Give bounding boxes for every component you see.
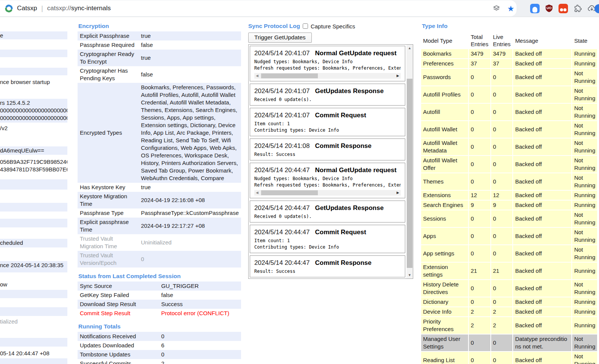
cell-message: Datatype preconditions not met.	[513, 334, 571, 351]
log-detail-line: Result: Success	[254, 268, 401, 275]
left-table-row	[0, 50, 67, 57]
row-label: Notifications Received	[78, 332, 159, 341]
extensions-puzzle-icon[interactable]	[573, 3, 582, 13]
cell-total: 0	[469, 69, 490, 86]
capture-specifics-checkbox[interactable]	[303, 23, 308, 29]
scroll-left-arrow-icon[interactable]: ◀	[254, 190, 260, 196]
cell-message: Backed off	[513, 191, 571, 200]
totals-section-title: Running Totals	[78, 323, 241, 330]
log-horizontal-scrollbar[interactable]: ◀▶	[254, 190, 401, 196]
row-label: Cryptographer Has Pending Keys	[78, 66, 139, 83]
scroll-right-arrow-icon[interactable]: ▶	[395, 73, 401, 79]
cell-model: Extensions	[421, 191, 468, 200]
cell-state: Not Running	[572, 121, 597, 138]
layers-icon[interactable]	[492, 3, 501, 13]
left-summary-column: ence browser startuprs 125.4.5.2 0000000…	[0, 17, 67, 364]
status-row: Sync SourceGU_TRIGGER	[78, 282, 241, 291]
cell-state: Not Running	[572, 245, 597, 262]
ublock-extension-icon[interactable]: UO	[544, 3, 554, 13]
scroll-down-arrow-icon[interactable]: ▼	[406, 272, 413, 278]
scrollbar-thumb[interactable]	[407, 79, 412, 268]
cell-live: 0	[491, 121, 513, 138]
row-label: Cryptographer Ready To Encrypt	[78, 50, 139, 66]
status-row: Commit Step ResultProtocol error (CONFLI…	[78, 309, 241, 318]
log-entry-time: 2024/5/14 20:44:47	[254, 229, 310, 236]
left-table-row	[0, 338, 67, 347]
bird-extension-icon[interactable]	[530, 4, 540, 13]
cell-total: 0	[469, 121, 490, 138]
encryption-row: Cryptographer Ready To Encrypttrue	[78, 50, 241, 66]
title-url-separator: |	[40, 5, 44, 12]
log-detail-line: Item count: 1	[254, 238, 401, 244]
left-table-row: e	[0, 31, 67, 39]
cell-state: Running	[572, 297, 597, 306]
row-label: Tombstone Updates	[78, 350, 159, 359]
cell-message: Backed off	[513, 104, 571, 120]
type-info-row: Priority Preferences22Backed offRunning	[421, 317, 597, 334]
cell-state: Not Running	[572, 86, 597, 103]
row-label: GetKey Step Failed	[78, 291, 159, 300]
cell-model: History Delete Directives	[421, 280, 468, 297]
row-label: Explicit Passphrase	[78, 31, 139, 40]
row-value: 6	[159, 341, 241, 350]
type-info-row: Autofill Wallet Metadata00Backed offNot …	[421, 138, 597, 155]
left-table-row	[0, 68, 67, 75]
left-table-row: 056B9A32F719C9B98524CF 43894781D783F59BB…	[0, 158, 67, 174]
scrollbar-thumb[interactable]	[261, 73, 318, 78]
encryption-row: Explicit passphrase Time2024-04-19 22:17…	[78, 218, 241, 234]
log-entry-time: 2024/5/14 20:44:47	[254, 166, 310, 174]
scrollbar-thumb[interactable]	[261, 190, 318, 195]
bird-glyph	[532, 7, 537, 12]
left-table-row: rs 125.4.5.2 00000000000000000000000- 00…	[0, 99, 67, 123]
type-info-row: Extensions1212Backed offRunning	[421, 191, 597, 200]
row-value: false	[139, 66, 241, 83]
cell-state: Running	[572, 59, 597, 68]
status-row: GetKey Step Failedfalse	[78, 291, 241, 300]
cell-total: 2	[469, 307, 490, 316]
cell-total: 0	[469, 334, 490, 351]
scroll-up-arrow-icon[interactable]: ▲	[406, 45, 413, 51]
type-info-row: Dictionary00Backed offRunning	[421, 297, 597, 306]
type-info-row: Autofill Wallet00Backed offNot Running	[421, 121, 597, 138]
row-value: 0	[159, 332, 241, 341]
encryption-row: Trusted Vault Migration TimeUninitialize…	[78, 234, 241, 251]
log-entry-details: Result: Success	[254, 151, 401, 158]
cell-live: 0	[491, 86, 513, 103]
log-entry-time: 2024/5/14 20:44:47	[254, 204, 310, 212]
type-info-row: Reading List00Backed offNot Running	[421, 352, 597, 364]
catsxp-logo-icon	[4, 3, 14, 13]
cell-state: Not Running	[572, 228, 597, 244]
bookmark-star-icon[interactable]: ★	[506, 3, 516, 13]
log-detail-line: Nudged types: Bookmarks, Device Info	[254, 176, 401, 182]
log-entry-title: GetUpdates Response	[315, 87, 384, 95]
left-table-row: tialized	[0, 317, 67, 325]
address-url[interactable]: catsxp://sync-internals	[47, 5, 111, 12]
log-horizontal-scrollbar[interactable]: ◀▶	[254, 73, 401, 79]
left-table-row: 05-14 20:44:47 +08	[0, 349, 67, 357]
row-value: Success	[159, 300, 241, 309]
cell-live: 0	[491, 156, 513, 173]
red-extension-icon[interactable]	[559, 4, 568, 13]
cell-total: 0	[469, 156, 490, 173]
type-info-row: Search Engines99Backed offRunning	[421, 201, 597, 210]
sync-protocol-log-section: Sync Protocol Log Capture Specifics Trig…	[248, 22, 413, 279]
trigger-getupdates-button[interactable]: Trigger GetUpdates	[248, 33, 312, 43]
cell-live: 0	[491, 138, 513, 155]
cell-state: Not Running	[572, 334, 597, 351]
log-entry-time: 2024/5/14 20:41:07	[254, 87, 310, 95]
cell-model: Priority Preferences	[421, 317, 468, 334]
log-entry-details: Nudged types: Bookmarks, Device InfoRefr…	[254, 176, 401, 188]
row-label: Commit Step Result	[78, 309, 159, 318]
log-entry: 2024/5/14 20:41:07Commit RequestItem cou…	[250, 108, 405, 136]
log-detail-line: Item count: 1	[254, 121, 401, 127]
log-vertical-scrollbar[interactable]: ▲ ▼	[406, 45, 413, 278]
row-label: Encrypted Types	[78, 83, 139, 183]
cell-model: Dictionary	[421, 297, 468, 306]
scroll-right-arrow-icon[interactable]: ▶	[395, 190, 401, 196]
scroll-left-arrow-icon[interactable]: ◀	[254, 73, 260, 79]
cell-model: Themes	[421, 173, 468, 190]
left-table-row: cheduled	[0, 239, 67, 247]
row-label: Trusted Vault Version/Epoch	[78, 251, 139, 268]
log-entry-time: 2024/5/14 20:41:08	[254, 142, 310, 149]
cell-total: 0	[469, 86, 490, 103]
